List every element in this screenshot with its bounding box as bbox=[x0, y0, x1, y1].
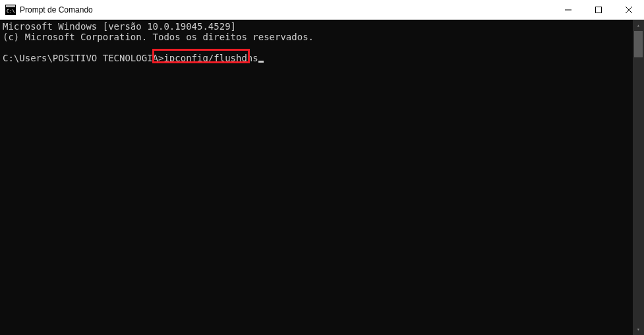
window-title: Prompt de Comando bbox=[20, 5, 553, 15]
cursor bbox=[258, 61, 264, 63]
svg-rect-4 bbox=[596, 7, 602, 13]
scroll-down-icon[interactable]: ▾ bbox=[633, 324, 644, 335]
scroll-thumb[interactable] bbox=[634, 31, 643, 57]
maximize-button[interactable] bbox=[583, 0, 614, 19]
close-button[interactable] bbox=[614, 0, 644, 19]
scrollbar[interactable]: ▴ ▾ bbox=[633, 20, 644, 335]
window-controls bbox=[553, 0, 644, 19]
titlebar: C:\ Prompt de Comando bbox=[0, 0, 644, 20]
svg-rect-1 bbox=[6, 5, 15, 7]
svg-text:C:\: C:\ bbox=[7, 9, 15, 14]
terminal-content[interactable]: Microsoft Windows [versão 10.0.19045.452… bbox=[0, 20, 633, 335]
terminal-command: ipconfig/flushdns bbox=[163, 53, 258, 63]
terminal-prompt: C:\Users\POSITIVO TECNOLOGIA> bbox=[3, 53, 163, 63]
scroll-up-icon[interactable]: ▴ bbox=[633, 20, 644, 31]
terminal-line: Microsoft Windows [versão 10.0.19045.452… bbox=[3, 21, 236, 32]
terminal-area: Microsoft Windows [versão 10.0.19045.452… bbox=[0, 20, 644, 335]
cmd-icon: C:\ bbox=[5, 5, 16, 15]
terminal-line: (c) Microsoft Corporation. Todos os dire… bbox=[3, 32, 314, 42]
minimize-button[interactable] bbox=[553, 0, 583, 19]
